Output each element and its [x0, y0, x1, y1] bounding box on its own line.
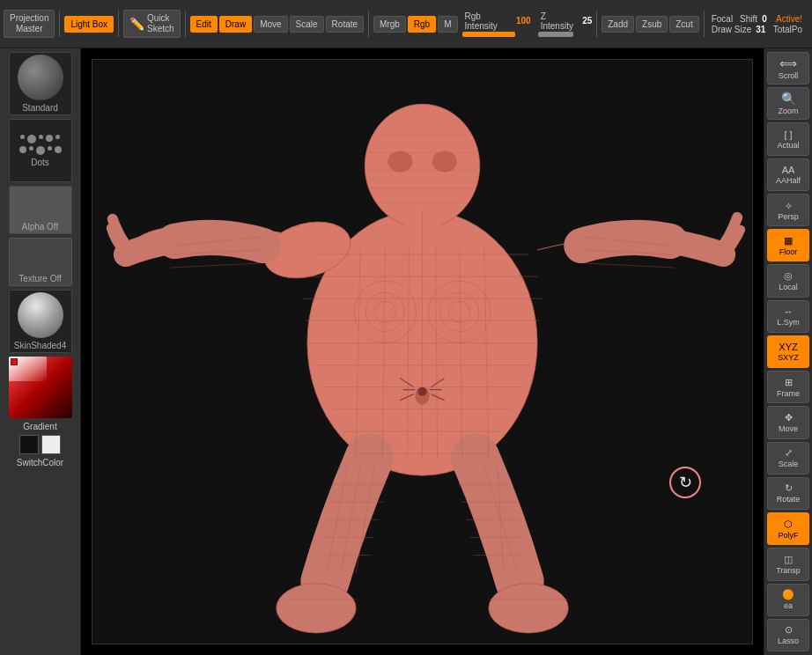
scroll-button[interactable]: ⟺ Scroll [767, 52, 809, 85]
z-intensity-bar[interactable] [538, 32, 573, 37]
draw-button[interactable]: Draw [219, 16, 252, 33]
texture-off-thumb[interactable]: Texture Off [9, 238, 72, 286]
rgb-intensity-value: 100 [516, 16, 531, 26]
local-icon: ◎ [784, 270, 793, 282]
totalp-label: TotalPo [771, 25, 805, 34]
top-bar: Projection Master Light Box ✏️ Quick Ske… [0, 0, 812, 48]
rgb-intensity-bar[interactable] [462, 32, 515, 37]
light-box-button[interactable]: Light Box [64, 16, 114, 33]
local-label: Local [779, 283, 798, 291]
actual-icon: [ ] [784, 129, 792, 140]
lsym-icon: ↔ [784, 306, 794, 317]
alpha-off-thumb[interactable]: Alpha Off [9, 186, 72, 234]
mrgb-button[interactable]: Mrgb [373, 16, 406, 33]
projection-master-button[interactable]: Projection Master [4, 10, 55, 38]
dot4 [48, 146, 52, 151]
z-intensity-value: 25 [582, 16, 592, 26]
edit-button[interactable]: Edit [190, 16, 218, 33]
floor-icon: ▦ [784, 235, 793, 247]
rotate-label: Rotate [777, 495, 801, 504]
dots-brush-thumb[interactable]: Dots [9, 119, 72, 182]
ea-button[interactable]: 🟠 ea [767, 584, 809, 616]
polyf-button[interactable]: ⬡ PolyF [767, 512, 809, 545]
aahalf-label: AAHalf [776, 176, 801, 185]
dot-small [20, 135, 25, 139]
polyf-icon: ⬡ [784, 519, 793, 530]
switch-color-label: SwitchColor [17, 458, 63, 467]
canvas-area[interactable]: ↻ [81, 48, 764, 655]
move-icon: ✥ [785, 412, 793, 423]
svg-point-8 [489, 584, 568, 633]
draw-size-value: 31 [756, 25, 765, 34]
zadd-button[interactable]: Zadd [602, 16, 634, 33]
lsym-label: L.Sym [777, 318, 800, 327]
dot1 [19, 146, 26, 153]
texture-off-label: Texture Off [18, 274, 62, 283]
floor-label: Floor [779, 247, 798, 256]
transp-label: Transp [776, 566, 801, 575]
xyz-button[interactable]: XYZ SXYZ [767, 335, 809, 368]
move-right-button[interactable]: ✥ Move [767, 406, 809, 438]
scroll-label: Scroll [779, 71, 799, 80]
color-gradient-display [9, 357, 72, 418]
lasso-icon: ⊙ [785, 624, 793, 636]
ea-label: ea [784, 601, 793, 610]
switch-color[interactable] [19, 435, 61, 454]
zoom-icon: 🔍 [781, 92, 796, 106]
active-label: Active! [773, 14, 805, 24]
frame-button[interactable]: ⊞ Frame [767, 371, 809, 403]
zoom-button[interactable]: 🔍 Zoom [767, 87, 809, 120]
rgb-button[interactable]: Rgb [408, 16, 436, 33]
rotate-icon: ↻ [785, 482, 793, 494]
left-panel: Standard Dots Alpha Off [0, 48, 81, 655]
dots-label: Dots [31, 158, 49, 167]
rotate-right-button[interactable]: ↻ Rotate [767, 477, 809, 510]
separator [368, 11, 369, 37]
lsym-button[interactable]: ↔ L.Sym [767, 300, 809, 333]
shift-label: Shift [737, 14, 760, 24]
dots-row2 [19, 146, 62, 155]
scroll-icon: ⟺ [779, 56, 797, 70]
switch-white-swatch [41, 435, 61, 454]
transp-button[interactable]: ◫ Transp [767, 548, 809, 580]
quick-sketch-button[interactable]: ✏️ Quick Sketch [123, 10, 181, 38]
dots-row [20, 135, 60, 144]
polyf-label: PolyF [778, 531, 798, 540]
character-svg [92, 60, 752, 644]
material-thumb[interactable]: SkinShaded4 [9, 290, 72, 353]
xyz-icon: XYZ [779, 342, 797, 352]
dot5 [55, 146, 62, 153]
aahalf-icon: AA [782, 165, 795, 175]
floor-button[interactable]: ▦ Floor [767, 229, 809, 261]
scale-right-button[interactable]: ⤢ Scale [767, 442, 809, 475]
scale-label: Scale [779, 460, 799, 468]
actual-button[interactable]: [ ] Actual [767, 122, 809, 155]
move-button[interactable]: Move [254, 16, 287, 33]
dot-normal [46, 135, 53, 142]
draw-size-label: Draw Size [709, 25, 755, 34]
zsub-button[interactable]: Zsub [636, 16, 668, 33]
lasso-button[interactable]: ⊙ Lasso [767, 619, 809, 651]
canvas-background: ↻ [92, 59, 753, 644]
standard-brush-thumb[interactable]: Standard [9, 52, 72, 115]
rotate-button[interactable]: Rotate [326, 16, 364, 33]
scale-button[interactable]: Scale [290, 16, 324, 33]
m-button[interactable]: M [438, 16, 457, 33]
color-picker[interactable] [9, 357, 72, 418]
color-primary-indicator [11, 358, 18, 365]
switch-black-swatch [19, 435, 39, 454]
rgb-intensity-label: Rgb Intensity [462, 11, 513, 31]
gradient-label: Gradient [23, 422, 56, 431]
separator [59, 11, 60, 37]
aahalf-button[interactable]: AA AAHalf [767, 158, 809, 191]
move-label: Move [779, 424, 798, 433]
standard-label: Standard [22, 103, 58, 113]
scale-icon: ⤢ [785, 447, 793, 459]
actual-label: Actual [777, 141, 799, 150]
transp-icon: ◫ [784, 554, 793, 565]
dot-medium [27, 135, 36, 144]
persp-button[interactable]: ⟡ Persp [767, 194, 809, 226]
zcut-button[interactable]: Zcut [669, 16, 698, 33]
local-button[interactable]: ◎ Local [767, 264, 809, 297]
svg-point-7 [277, 584, 356, 633]
